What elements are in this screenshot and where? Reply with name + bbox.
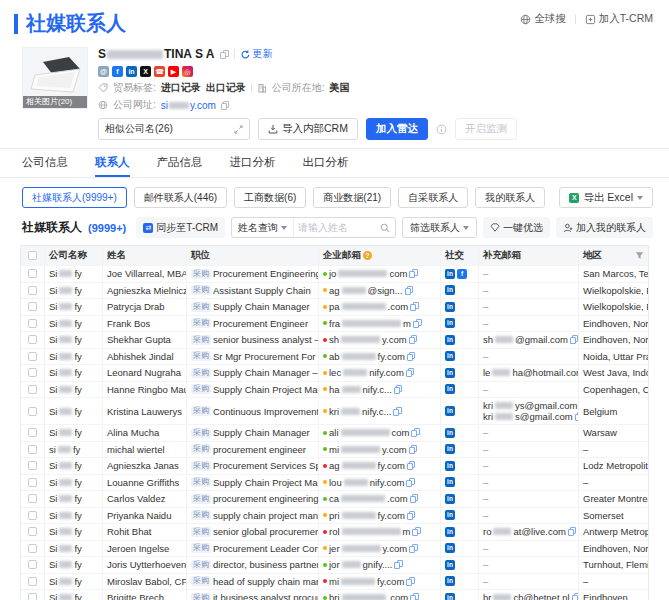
linkedin-icon[interactable]: in: [445, 593, 455, 600]
contact-source-pill[interactable]: 自采联系人: [398, 187, 468, 208]
phone-icon[interactable]: ☎: [154, 66, 165, 77]
linkedin-icon[interactable]: in: [445, 543, 455, 553]
linkedin-icon[interactable]: in: [445, 335, 455, 345]
facebook-icon[interactable]: f: [457, 269, 467, 279]
row-checkbox[interactable]: [28, 368, 37, 377]
copy-icon[interactable]: [409, 335, 417, 344]
linkedin-icon[interactable]: in: [445, 510, 455, 520]
filter-funnel-icon[interactable]: [635, 251, 644, 260]
tab-item[interactable]: 产品信息: [157, 149, 203, 177]
company-image[interactable]: 相关图片(20): [22, 47, 88, 109]
copy-icon[interactable]: [394, 385, 402, 394]
linkedin-icon[interactable]: in: [445, 285, 455, 295]
one-click-select-button[interactable]: 一键优选: [483, 217, 550, 238]
x-icon[interactable]: X: [140, 66, 151, 77]
row-checkbox[interactable]: [28, 352, 37, 361]
copy-icon[interactable]: [409, 445, 417, 454]
linkedin-icon[interactable]: in: [445, 269, 455, 279]
linkedin-icon[interactable]: in: [445, 406, 455, 416]
contact-source-pill[interactable]: 社媒联系人(9999+): [22, 187, 127, 208]
copy-icon[interactable]: [394, 560, 402, 569]
copy-icon[interactable]: [405, 286, 413, 295]
copy-icon[interactable]: [220, 50, 228, 59]
linkedin-icon[interactable]: in: [445, 384, 455, 394]
copy-icon[interactable]: [406, 478, 414, 487]
row-checkbox[interactable]: [28, 494, 37, 503]
copy-icon[interactable]: [411, 428, 419, 437]
search-icon[interactable]: [380, 223, 390, 233]
filter-contacts-button[interactable]: 筛选联系人: [402, 217, 477, 238]
row-checkbox[interactable]: [28, 461, 37, 470]
add-tcrm-link[interactable]: 加入T-CRM: [585, 12, 653, 26]
linkedin-icon[interactable]: in: [445, 576, 455, 586]
contact-source-pill[interactable]: 我的联系人: [475, 187, 545, 208]
export-excel-button[interactable]: X 导出 Excel: [559, 187, 653, 208]
linkedin-icon[interactable]: in: [126, 66, 137, 77]
linkedin-icon[interactable]: in: [445, 494, 455, 504]
help-icon[interactable]: ?: [363, 251, 372, 260]
copy-icon[interactable]: [570, 335, 578, 344]
row-checkbox[interactable]: [28, 319, 37, 328]
contact-source-pill[interactable]: 商业数据(21): [313, 187, 391, 208]
linkedin-icon[interactable]: in: [445, 527, 455, 537]
add-my-contacts-button[interactable]: 加入我的联系人: [556, 217, 653, 238]
row-checkbox[interactable]: [28, 428, 37, 437]
copy-icon[interactable]: [393, 407, 401, 416]
tab-item[interactable]: 公司信息: [22, 149, 68, 177]
start-monitor-button[interactable]: 开启监测: [455, 118, 517, 140]
copy-icon[interactable]: [410, 494, 418, 503]
tab-item[interactable]: 出口分析: [303, 149, 349, 177]
info-icon[interactable]: [436, 124, 447, 135]
row-checkbox[interactable]: [28, 478, 37, 487]
search-input[interactable]: [294, 222, 380, 233]
website-icon[interactable]: @: [98, 66, 109, 77]
import-crm-button[interactable]: 导入内部CRM: [258, 118, 358, 140]
global-search-link[interactable]: 全球搜: [520, 12, 566, 26]
copy-icon[interactable]: [221, 101, 229, 110]
row-checkbox[interactable]: [28, 445, 37, 454]
instagram-icon[interactable]: ◎: [182, 66, 193, 77]
linkedin-icon[interactable]: in: [445, 368, 455, 378]
row-checkbox[interactable]: [28, 407, 37, 416]
add-radar-button[interactable]: 加入雷达: [366, 118, 428, 140]
copy-icon[interactable]: [412, 527, 420, 536]
row-checkbox[interactable]: [28, 269, 37, 278]
name-query-dropdown[interactable]: 姓名查询: [232, 218, 294, 237]
copy-icon[interactable]: [407, 511, 415, 520]
row-checkbox[interactable]: [28, 527, 37, 536]
copy-icon[interactable]: [409, 269, 417, 278]
linkedin-icon[interactable]: in: [445, 444, 455, 454]
tab-item[interactable]: 进口分析: [230, 149, 276, 177]
row-checkbox[interactable]: [28, 544, 37, 553]
copy-icon[interactable]: [406, 577, 414, 586]
linkedin-icon[interactable]: in: [445, 428, 455, 438]
sync-tcrm-button[interactable]: ⇄ 同步至T-CRM: [136, 217, 225, 238]
copy-icon[interactable]: [410, 302, 418, 311]
row-checkbox[interactable]: [28, 335, 37, 344]
row-checkbox[interactable]: [28, 577, 37, 586]
export-records-link[interactable]: 出口记录: [206, 81, 246, 95]
linkedin-icon[interactable]: in: [445, 560, 455, 570]
copy-icon[interactable]: [407, 352, 415, 361]
copy-icon[interactable]: [568, 527, 576, 536]
linkedin-icon[interactable]: in: [445, 477, 455, 487]
copy-icon[interactable]: [572, 593, 579, 600]
row-checkbox[interactable]: [28, 302, 37, 311]
copy-icon[interactable]: [413, 319, 421, 328]
linkedin-icon[interactable]: in: [445, 461, 455, 471]
copy-icon[interactable]: [410, 593, 418, 600]
youtube-icon[interactable]: ▶: [168, 66, 179, 77]
website-link[interactable]: siy.com: [161, 100, 216, 111]
import-records-link[interactable]: 进口记录: [161, 81, 201, 95]
facebook-icon[interactable]: f: [112, 66, 123, 77]
linkedin-icon[interactable]: in: [445, 318, 455, 328]
similar-companies-selector[interactable]: 相似公司名(26): [98, 118, 250, 140]
row-checkbox[interactable]: [28, 385, 37, 394]
copy-icon[interactable]: [407, 461, 415, 470]
contact-source-pill[interactable]: 工商数据(6): [234, 187, 306, 208]
copy-icon[interactable]: [406, 368, 414, 377]
select-all-checkbox[interactable]: [28, 251, 37, 260]
copy-icon[interactable]: [409, 544, 417, 553]
contact-source-pill[interactable]: 邮件联系人(446): [134, 187, 227, 208]
row-checkbox[interactable]: [28, 593, 37, 600]
